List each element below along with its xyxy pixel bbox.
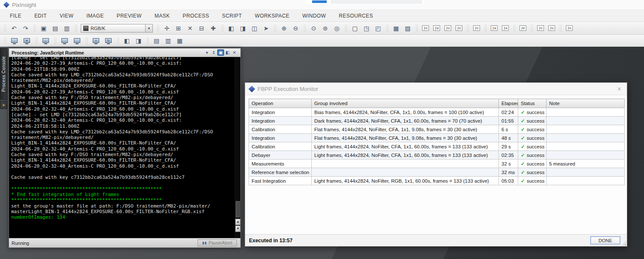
workspace-refresh-icon[interactable]: ↻ [105,38,112,43]
console-float-icon[interactable]: ▣ [217,49,224,56]
workspace-new-icon[interactable]: + [93,38,99,43]
menu-item-preview[interactable]: PREVIEW [110,10,148,22]
dialog-title-bar[interactable]: FBPP Execution Monitor ✕ [245,83,627,95]
toolbar-grip[interactable] [531,24,533,32]
toolbar-grip[interactable] [54,37,56,45]
new-preview-icon[interactable]: ▢ [350,24,360,33]
toolbar-grip[interactable] [221,24,223,32]
zoom-out-icon[interactable]: ⊖ [291,24,301,33]
menu-item-process[interactable]: PROCESS [176,10,216,22]
toolbar-grip[interactable] [146,37,149,45]
split-horizontal-icon[interactable]: ◧ [122,36,132,45]
workspace-hide-icon[interactable]: ✕ [24,38,30,43]
stf-enable-icon[interactable]: ƒo [473,25,480,31]
explorer-window-icon[interactable]: ▤ [152,36,161,45]
stf-auto-icon[interactable]: ƒo [422,25,429,31]
split-vertical-icon[interactable]: ◨ [134,36,143,45]
toolbar-grip[interactable] [4,24,6,32]
menu-item-mask[interactable]: MASK [148,10,176,22]
close-icon[interactable]: ✕ [616,86,623,92]
console-close-icon[interactable]: ✕ [231,49,238,56]
toolbar-grip[interactable] [559,24,562,32]
side-panel-chip[interactable]: ➤ [0,101,7,109]
toolbar-grip[interactable] [4,37,6,45]
zoom-to-fit-icon[interactable]: ⊞ [173,24,183,33]
scroll-down-icon[interactable]: ▼ [235,226,240,232]
shrink-view-icon[interactable]: ✕ [185,24,195,33]
workspace-2-icon[interactable] [74,38,80,43]
toolbar-grip[interactable] [274,24,276,32]
process-window-icon[interactable]: ▥ [163,36,173,45]
fit-window-icon[interactable]: ⊚ [320,24,330,33]
new-instance-icon[interactable]: ◧ [226,24,236,33]
console-scrollbar[interactable]: ▲ ▼ [235,57,240,238]
center-image-icon[interactable]: ✚ [208,24,218,33]
zoom-selection-icon[interactable]: ◎ [332,24,342,33]
toolbar-grip[interactable] [75,24,77,32]
undo-icon[interactable]: ↶ [9,24,19,33]
menu-item-resources[interactable]: RESOURCES [332,10,380,22]
hidden-window-tab[interactable] [312,0,327,3]
tile-windows-icon[interactable]: ▦ [391,24,401,33]
redo-icon[interactable]: ↷ [21,24,30,33]
toolbar-grip[interactable] [157,24,159,32]
menu-item-view[interactable]: VIEW [53,10,80,22]
toolbar-grip[interactable] [416,24,418,32]
toolbar-grip[interactable] [117,37,119,45]
toolbar-grip[interactable] [345,24,347,32]
toolbar-grip[interactable] [467,24,469,32]
toolbar-grip[interactable] [484,24,486,32]
workspace-1-icon[interactable] [61,38,68,43]
zoom-1-1-icon[interactable]: ⊙ [309,24,319,33]
scrollbar-thumb[interactable] [236,201,240,217]
color-management-icon[interactable]: ƒo [566,25,573,31]
proofing-icon[interactable]: ƒo [537,25,544,31]
cascade-windows-icon[interactable]: ▧ [403,24,413,33]
console-title-bar[interactable]: Processing: JavaScript Runtime ▾⇕▣◧✕ [9,48,240,57]
console-menu-icon[interactable]: ▾ [204,49,210,56]
console-dock-icon[interactable]: ◧ [224,49,231,56]
console-output[interactable]: [cache] - set LMD [c7312bb2ca63a524a7b93… [9,57,240,238]
process-console-tab[interactable]: Process Console [0,48,7,100]
cursor-arrow-icon[interactable]: ➤ [261,24,271,33]
duplicate-image-icon[interactable]: ▤ [50,24,60,33]
expand-view-icon[interactable]: ⊟ [197,24,207,33]
menu-item-image[interactable]: IMAGE [80,10,110,22]
scroll-up-icon[interactable]: ▲ [235,219,240,225]
menu-item-file[interactable]: FILE [3,10,28,22]
stf-edit-icon[interactable]: ƒa [433,25,440,31]
save-image-icon[interactable]: ▥ [62,24,72,33]
chevron-down-icon[interactable]: ▾ [145,24,152,32]
toolbar-grip[interactable] [386,24,388,32]
menu-item-workspace[interactable]: WORKSPACE [249,10,296,22]
view-instance-icon[interactable]: ◫ [249,24,259,33]
menu-item-edit[interactable]: EDIT [28,10,53,22]
workspace-prev-icon[interactable]: ← [43,38,49,43]
toolbar-grip[interactable] [304,24,306,32]
icc-profile-icon[interactable]: ƒe [519,25,526,31]
channel-selector[interactable]: RGB/K ▾ [81,24,153,33]
toolbar-grip[interactable] [33,24,36,32]
toolbar-grip[interactable] [85,37,88,45]
resize-grip-icon[interactable] [621,241,626,246]
console-shade-icon[interactable]: ⇕ [210,49,217,56]
zoom-in-icon[interactable]: ⊕ [279,24,289,33]
pan-mode-icon[interactable]: ✛ [162,24,172,33]
stf-reset-icon[interactable]: ƒo [444,25,451,31]
format-window-icon[interactable]: ▦ [175,36,185,45]
toolbar-grip[interactable] [35,37,37,45]
toolbar-grip[interactable] [513,24,515,32]
menu-item-script[interactable]: SCRIPT [216,10,248,22]
new-image-icon[interactable]: ▣ [39,24,49,33]
preview-rect-icon[interactable]: ◳ [361,24,371,33]
preview-full-icon[interactable]: ◰ [373,24,383,33]
stf-link-icon[interactable]: ƒo [456,25,462,31]
done-button[interactable]: DONE [590,236,620,244]
menu-item-window[interactable]: WINDOW [296,10,332,22]
workspace-icon[interactable] [11,38,18,43]
lut-20bit-icon[interactable]: ƒa [491,25,498,31]
edit-instance-icon[interactable]: ◨ [238,24,248,33]
gamut-check-icon[interactable]: ƒo [548,25,555,31]
pause-abort-button[interactable]: ▮▮ Pause/Abort [197,239,237,247]
lut-24bit-icon[interactable]: ƒa [502,25,509,31]
